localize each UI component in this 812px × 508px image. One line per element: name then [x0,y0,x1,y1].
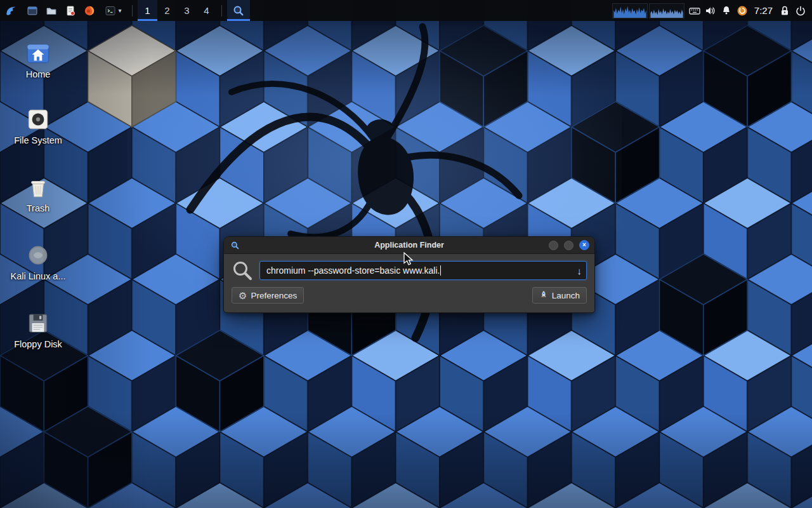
network-graph [649,3,684,18]
launcher-text-editor[interactable] [61,0,80,21]
desktop-icon-floppy-disk[interactable]: Floppy Disk [5,309,71,349]
application-finder-window: Application Finder × chromium --passw [223,236,595,313]
power-icon[interactable] [792,0,808,21]
launcher-firefox[interactable] [80,0,99,21]
text-caret [440,265,441,276]
lock-screen-icon[interactable] [776,0,792,21]
desktop-icon-home[interactable]: Home [5,39,71,79]
document-icon [64,4,77,17]
trash-icon [5,173,71,201]
search-icon [232,260,253,281]
updates-available-icon[interactable] [735,0,750,21]
desktop-icon-trash[interactable]: Trash [5,173,71,213]
maximize-button[interactable] [564,241,573,250]
firefox-icon [83,4,96,17]
applications-menu-button[interactable] [0,0,23,21]
minimize-button[interactable] [549,241,558,250]
launcher-window-manager[interactable] [23,0,42,21]
launcher-file-manager[interactable] [42,0,61,21]
file-system-icon [5,105,71,133]
workspace-3[interactable]: 3 [177,0,197,21]
close-button[interactable]: × [579,240,589,250]
chevron-down-icon: ▾ [118,8,121,14]
panel-separator [132,5,133,17]
notification-bell-icon[interactable] [719,0,735,21]
entry-dropdown-icon[interactable]: ↓ [577,262,582,279]
top-panel: ▾ 1 2 3 4 [0,0,812,21]
cpu-graph [612,3,648,18]
magnifier-icon [232,4,245,17]
launch-button[interactable]: Launch [532,287,587,304]
workspace-2[interactable]: 2 [157,0,177,21]
desktop-root: ▾ 1 2 3 4 [0,0,812,508]
desktop-icon-label: Home [5,69,71,79]
panel-separator [221,5,222,17]
launch-icon [539,290,548,301]
preferences-label: Preferences [251,291,297,300]
preferences-button[interactable]: ⚙ Preferences [232,287,304,304]
floppy-disk-icon [5,309,71,337]
taskbar-application-finder[interactable] [227,0,250,21]
window-controls: × [549,240,589,250]
window-title: Application Finder [224,241,594,250]
terminal-icon [104,4,117,17]
keyboard-layout-icon[interactable] [687,0,703,21]
command-input[interactable]: chromium --password-store=basic www.kali… [259,261,587,280]
launch-label: Launch [552,291,580,300]
window-icon [26,4,39,17]
desktop-icon-label: Trash [5,203,71,213]
workspace-switcher: 1 2 3 4 [138,0,216,21]
clock[interactable]: 7:27 [750,0,776,21]
app-finder-window-icon [229,241,240,250]
close-icon: × [582,242,586,248]
system-monitor-graph[interactable] [610,0,687,21]
desktop-icon-label: Kali Linux a... [5,271,71,281]
desktop-icon-label: File System [5,135,71,145]
desktop-icon-file-system[interactable]: File System [5,105,71,145]
folder-icon [45,4,58,17]
workspace-4[interactable]: 4 [197,0,216,21]
desktop-icon-kali-docs[interactable]: Kali Linux a... [5,241,71,281]
mouse-cursor [403,252,416,267]
workspace-1[interactable]: 1 [138,0,157,21]
desktop-icon-label: Floppy Disk [5,339,71,349]
kali-logo-icon [4,4,18,18]
home-icon [5,39,71,67]
volume-icon[interactable] [703,0,719,21]
gear-icon: ⚙ [239,291,247,300]
kali-link-icon [5,241,71,269]
launcher-terminal[interactable]: ▾ [99,0,127,21]
window-titlebar[interactable]: Application Finder × [224,237,594,254]
